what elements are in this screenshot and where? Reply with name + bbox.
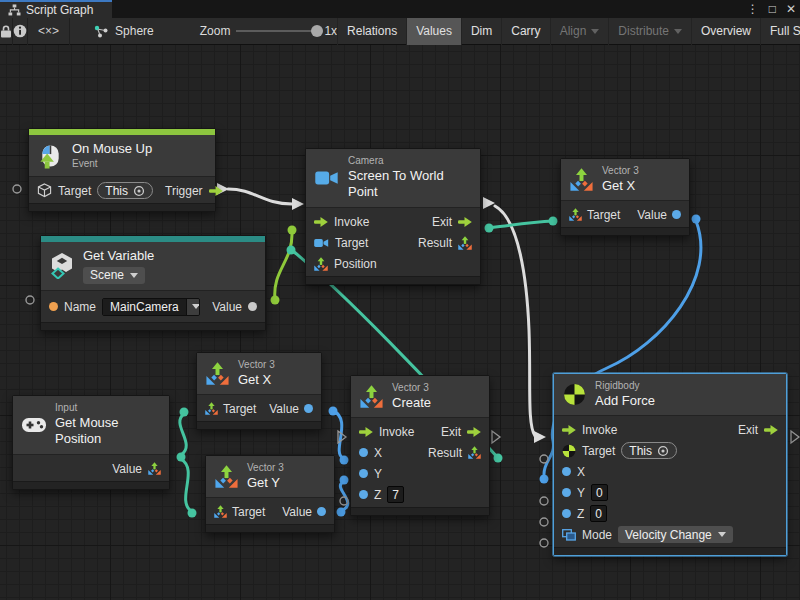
- node-screen-to-world-point[interactable]: Camera Screen To World Point Invoke Exit…: [305, 148, 481, 285]
- y-literal-input[interactable]: 0: [591, 484, 608, 501]
- overview-button[interactable]: Overview: [691, 18, 760, 45]
- distribute-button[interactable]: Distribute: [608, 18, 691, 45]
- port-label-trigger: Trigger: [165, 184, 203, 198]
- z-literal-input[interactable]: 7: [387, 486, 404, 503]
- this-object-picker[interactable]: This: [621, 442, 677, 459]
- zoom-slider-handle[interactable]: [311, 25, 323, 37]
- float-port[interactable]: [317, 507, 326, 516]
- node-category: Input: [55, 402, 159, 415]
- zoom-value: 1x: [324, 24, 337, 38]
- flow-arrow-icon[interactable]: [764, 425, 778, 435]
- node-title: Add Force: [595, 393, 655, 410]
- rigidbody-icon: [563, 383, 586, 406]
- float-port[interactable]: [359, 448, 368, 457]
- float-port[interactable]: [562, 488, 571, 497]
- zoom-control: Zoom 1x: [190, 18, 337, 45]
- node-title: Get Y: [247, 475, 284, 492]
- port-label-target: Target: [335, 236, 368, 250]
- vector3-icon: [360, 385, 383, 408]
- graph-breadcrumb[interactable]: Sphere: [84, 18, 164, 45]
- port-label-invoke: Invoke: [379, 425, 414, 439]
- code-view-icon: <×>: [38, 24, 59, 38]
- inspect-button[interactable]: [13, 18, 28, 45]
- dim-button[interactable]: Dim: [461, 18, 501, 45]
- float-port[interactable]: [304, 404, 313, 413]
- port-label-mode: Mode: [582, 528, 612, 542]
- node-title: Create: [392, 395, 431, 412]
- flow-arrow-icon[interactable]: [562, 425, 576, 435]
- variable-name-dropdown[interactable]: MainCamera: [102, 298, 200, 316]
- z-literal-input[interactable]: 0: [590, 505, 607, 522]
- node-category: Camera: [348, 155, 470, 168]
- vector3-port-icon[interactable]: [214, 505, 227, 518]
- port-label-name: Name: [64, 300, 96, 314]
- float-port[interactable]: [562, 509, 571, 518]
- value-port[interactable]: [248, 302, 257, 311]
- node-on-mouse-up[interactable]: On Mouse Up Event Target This Trigger: [28, 128, 216, 212]
- graph-badge-icon: [94, 25, 108, 38]
- node-footer: [561, 227, 689, 235]
- relations-button[interactable]: Relations: [337, 18, 406, 45]
- port-label-value: Value: [112, 462, 142, 476]
- zoom-slider[interactable]: [236, 30, 318, 32]
- node-add-force[interactable]: Rigidbody Add Force Invoke Exit Target T…: [553, 373, 787, 556]
- graph-toolbar: <×> Sphere Zoom 1x Relations Values Dim …: [0, 18, 800, 45]
- node-title: On Mouse Up: [72, 141, 152, 158]
- maximize-icon[interactable]: □: [769, 2, 776, 16]
- vector3-port-icon[interactable]: [148, 462, 161, 475]
- camera-port-icon[interactable]: [314, 238, 329, 248]
- vector3-port-icon[interactable]: [458, 236, 472, 250]
- tab-script-graph[interactable]: Script Graph: [0, 0, 112, 18]
- node-get-variable[interactable]: Get Variable Scene Name MainCamera Value: [40, 235, 266, 331]
- flow-arrow-icon[interactable]: [359, 427, 373, 437]
- vector3-port-icon[interactable]: [569, 208, 582, 221]
- force-mode-icon[interactable]: [562, 529, 576, 541]
- node-get-x-top[interactable]: Vector 3 Get X Target Value: [560, 158, 690, 236]
- float-port[interactable]: [359, 469, 368, 478]
- vector3-port-icon[interactable]: [468, 446, 481, 459]
- node-footer: [206, 524, 334, 532]
- this-object-picker[interactable]: This: [97, 182, 153, 199]
- align-button[interactable]: Align: [550, 18, 609, 45]
- variable-kind-dropdown[interactable]: Scene: [83, 267, 145, 284]
- float-port[interactable]: [359, 490, 368, 499]
- flow-arrow-icon[interactable]: [458, 217, 472, 227]
- chevron-down-icon: [130, 273, 138, 278]
- chevron-down-icon: [591, 29, 599, 34]
- vector3-port-icon[interactable]: [205, 402, 218, 415]
- lock-button[interactable]: [0, 18, 13, 45]
- window-tab-bar: Script Graph ⋮ □ ✕: [0, 0, 800, 18]
- port-label-exit: Exit: [432, 215, 452, 229]
- node-category: Vector 3: [602, 165, 639, 178]
- more-icon[interactable]: ⋮: [747, 2, 759, 16]
- node-footer: [41, 322, 265, 330]
- float-port[interactable]: [562, 467, 571, 476]
- flow-arrow-icon[interactable]: [467, 427, 481, 437]
- port-label-result: Result: [428, 446, 462, 460]
- string-port[interactable]: [49, 302, 58, 311]
- close-icon[interactable]: ✕: [786, 2, 796, 16]
- node-footer: [554, 547, 786, 555]
- flow-arrow-icon[interactable]: [209, 186, 223, 196]
- values-button[interactable]: Values: [406, 18, 461, 45]
- flow-arrow-icon[interactable]: [314, 217, 328, 227]
- port-label-target: Target: [582, 444, 615, 458]
- code-view-button[interactable]: <×>: [28, 18, 70, 45]
- gameobject-cube-icon: [37, 183, 52, 198]
- carry-button[interactable]: Carry: [501, 18, 549, 45]
- force-mode-dropdown[interactable]: Velocity Change: [618, 526, 733, 543]
- rigidbody-port-icon[interactable]: [562, 444, 576, 458]
- node-get-y[interactable]: Vector 3 Get Y Target Value: [205, 455, 335, 533]
- node-get-x-mid[interactable]: Vector 3 Get X Target Value: [196, 352, 322, 430]
- float-port[interactable]: [672, 210, 681, 219]
- vector3-port-icon[interactable]: [314, 257, 328, 271]
- node-get-mouse-position[interactable]: Input Get Mouse Position Value: [12, 395, 170, 490]
- port-label-y: Y: [577, 486, 585, 500]
- port-label-invoke: Invoke: [582, 423, 617, 437]
- port-label-result: Result: [418, 236, 452, 250]
- port-label-position: Position: [334, 257, 377, 271]
- node-vector3-create[interactable]: Vector 3 Create Invoke Exit X Result Y Z…: [350, 375, 490, 516]
- node-footer: [306, 276, 480, 284]
- fullscreen-button[interactable]: Full Screen: [760, 18, 800, 45]
- get-variable-icon: [50, 253, 74, 279]
